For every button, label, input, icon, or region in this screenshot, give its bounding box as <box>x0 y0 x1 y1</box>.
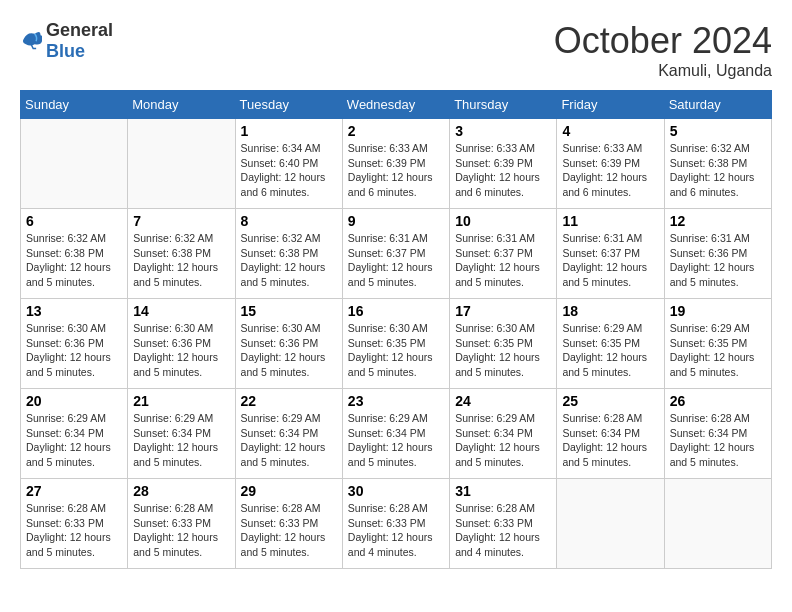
sunrise-text: Sunrise: 6:29 AM <box>348 412 428 424</box>
sunset-text: Sunset: 6:35 PM <box>562 337 640 349</box>
day-info: Sunrise: 6:34 AMSunset: 6:40 PMDaylight:… <box>241 141 337 200</box>
calendar-cell: 4Sunrise: 6:33 AMSunset: 6:39 PMDaylight… <box>557 119 664 209</box>
title-area: October 2024 Kamuli, Uganda <box>554 20 772 80</box>
daylight-text: and 5 minutes. <box>241 366 310 378</box>
day-info: Sunrise: 6:30 AMSunset: 6:36 PMDaylight:… <box>26 321 122 380</box>
sunset-text: Sunset: 6:36 PM <box>26 337 104 349</box>
calendar-cell: 21Sunrise: 6:29 AMSunset: 6:34 PMDayligh… <box>128 389 235 479</box>
day-number: 21 <box>133 393 229 409</box>
logo-icon <box>20 28 42 54</box>
daylight-text: and 5 minutes. <box>26 546 95 558</box>
daylight-text: and 5 minutes. <box>348 456 417 468</box>
day-info: Sunrise: 6:29 AMSunset: 6:34 PMDaylight:… <box>241 411 337 470</box>
sunset-text: Sunset: 6:38 PM <box>670 157 748 169</box>
calendar-cell: 7Sunrise: 6:32 AMSunset: 6:38 PMDaylight… <box>128 209 235 299</box>
sunset-text: Sunset: 6:37 PM <box>455 247 533 259</box>
sunrise-text: Sunrise: 6:28 AM <box>670 412 750 424</box>
calendar-header-monday: Monday <box>128 91 235 119</box>
day-number: 18 <box>562 303 658 319</box>
day-info: Sunrise: 6:30 AMSunset: 6:35 PMDaylight:… <box>348 321 444 380</box>
location-title: Kamuli, Uganda <box>554 62 772 80</box>
calendar-header-row: SundayMondayTuesdayWednesdayThursdayFrid… <box>21 91 772 119</box>
daylight-text: and 5 minutes. <box>562 456 631 468</box>
calendar-cell: 31Sunrise: 6:28 AMSunset: 6:33 PMDayligh… <box>450 479 557 569</box>
calendar-cell: 10Sunrise: 6:31 AMSunset: 6:37 PMDayligh… <box>450 209 557 299</box>
calendar-week-row: 13Sunrise: 6:30 AMSunset: 6:36 PMDayligh… <box>21 299 772 389</box>
sunset-text: Sunset: 6:35 PM <box>670 337 748 349</box>
day-number: 26 <box>670 393 766 409</box>
daylight-text: Daylight: 12 hours <box>26 261 111 273</box>
sunrise-text: Sunrise: 6:29 AM <box>562 322 642 334</box>
daylight-text: and 5 minutes. <box>670 456 739 468</box>
calendar-week-row: 1Sunrise: 6:34 AMSunset: 6:40 PMDaylight… <box>21 119 772 209</box>
daylight-text: and 5 minutes. <box>133 276 202 288</box>
day-number: 4 <box>562 123 658 139</box>
day-number: 9 <box>348 213 444 229</box>
sunrise-text: Sunrise: 6:33 AM <box>562 142 642 154</box>
daylight-text: and 6 minutes. <box>455 186 524 198</box>
sunset-text: Sunset: 6:34 PM <box>241 427 319 439</box>
month-title: October 2024 <box>554 20 772 62</box>
daylight-text: and 5 minutes. <box>26 366 95 378</box>
day-number: 7 <box>133 213 229 229</box>
sunrise-text: Sunrise: 6:30 AM <box>26 322 106 334</box>
day-info: Sunrise: 6:28 AMSunset: 6:33 PMDaylight:… <box>241 501 337 560</box>
day-info: Sunrise: 6:31 AMSunset: 6:37 PMDaylight:… <box>348 231 444 290</box>
daylight-text: and 5 minutes. <box>241 456 310 468</box>
day-number: 1 <box>241 123 337 139</box>
day-number: 16 <box>348 303 444 319</box>
daylight-text: Daylight: 12 hours <box>348 531 433 543</box>
daylight-text: Daylight: 12 hours <box>348 351 433 363</box>
day-info: Sunrise: 6:30 AMSunset: 6:36 PMDaylight:… <box>133 321 229 380</box>
sunrise-text: Sunrise: 6:29 AM <box>455 412 535 424</box>
sunrise-text: Sunrise: 6:30 AM <box>133 322 213 334</box>
sunrise-text: Sunrise: 6:28 AM <box>562 412 642 424</box>
day-number: 10 <box>455 213 551 229</box>
day-number: 8 <box>241 213 337 229</box>
day-info: Sunrise: 6:32 AMSunset: 6:38 PMDaylight:… <box>133 231 229 290</box>
daylight-text: and 5 minutes. <box>133 366 202 378</box>
sunset-text: Sunset: 6:35 PM <box>348 337 426 349</box>
day-info: Sunrise: 6:31 AMSunset: 6:36 PMDaylight:… <box>670 231 766 290</box>
calendar-week-row: 20Sunrise: 6:29 AMSunset: 6:34 PMDayligh… <box>21 389 772 479</box>
calendar-header-saturday: Saturday <box>664 91 771 119</box>
daylight-text: and 6 minutes. <box>348 186 417 198</box>
calendar-cell: 2Sunrise: 6:33 AMSunset: 6:39 PMDaylight… <box>342 119 449 209</box>
sunset-text: Sunset: 6:36 PM <box>670 247 748 259</box>
sunrise-text: Sunrise: 6:31 AM <box>562 232 642 244</box>
daylight-text: and 5 minutes. <box>241 546 310 558</box>
day-info: Sunrise: 6:32 AMSunset: 6:38 PMDaylight:… <box>241 231 337 290</box>
daylight-text: Daylight: 12 hours <box>241 531 326 543</box>
day-number: 29 <box>241 483 337 499</box>
calendar-cell: 11Sunrise: 6:31 AMSunset: 6:37 PMDayligh… <box>557 209 664 299</box>
day-info: Sunrise: 6:33 AMSunset: 6:39 PMDaylight:… <box>562 141 658 200</box>
sunset-text: Sunset: 6:33 PM <box>348 517 426 529</box>
day-info: Sunrise: 6:28 AMSunset: 6:34 PMDaylight:… <box>670 411 766 470</box>
calendar-cell: 13Sunrise: 6:30 AMSunset: 6:36 PMDayligh… <box>21 299 128 389</box>
calendar-table: SundayMondayTuesdayWednesdayThursdayFrid… <box>20 90 772 569</box>
day-number: 22 <box>241 393 337 409</box>
day-number: 14 <box>133 303 229 319</box>
daylight-text: Daylight: 12 hours <box>670 441 755 453</box>
calendar-cell: 28Sunrise: 6:28 AMSunset: 6:33 PMDayligh… <box>128 479 235 569</box>
daylight-text: and 5 minutes. <box>455 366 524 378</box>
calendar-cell: 19Sunrise: 6:29 AMSunset: 6:35 PMDayligh… <box>664 299 771 389</box>
sunrise-text: Sunrise: 6:29 AM <box>26 412 106 424</box>
sunset-text: Sunset: 6:36 PM <box>133 337 211 349</box>
day-info: Sunrise: 6:28 AMSunset: 6:34 PMDaylight:… <box>562 411 658 470</box>
calendar-cell <box>557 479 664 569</box>
calendar-cell: 23Sunrise: 6:29 AMSunset: 6:34 PMDayligh… <box>342 389 449 479</box>
day-number: 13 <box>26 303 122 319</box>
daylight-text: and 5 minutes. <box>133 456 202 468</box>
logo-general: General <box>46 20 113 40</box>
day-number: 30 <box>348 483 444 499</box>
logo-text: General Blue <box>46 20 113 62</box>
day-info: Sunrise: 6:30 AMSunset: 6:36 PMDaylight:… <box>241 321 337 380</box>
sunset-text: Sunset: 6:34 PM <box>670 427 748 439</box>
day-number: 11 <box>562 213 658 229</box>
daylight-text: Daylight: 12 hours <box>562 441 647 453</box>
calendar-cell <box>664 479 771 569</box>
sunset-text: Sunset: 6:38 PM <box>241 247 319 259</box>
day-info: Sunrise: 6:29 AMSunset: 6:35 PMDaylight:… <box>562 321 658 380</box>
sunset-text: Sunset: 6:36 PM <box>241 337 319 349</box>
